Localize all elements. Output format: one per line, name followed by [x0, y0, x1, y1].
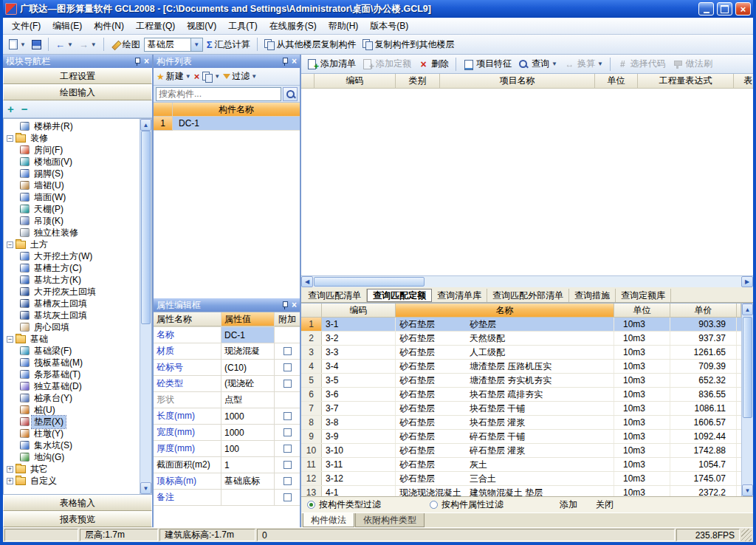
tree-item[interactable]: 独立柱装修: [4, 227, 140, 239]
property-value[interactable]: 100: [221, 441, 275, 456]
tree-item[interactable]: 吊顶(K): [4, 215, 140, 227]
tree-item[interactable]: 独立基础(D): [4, 380, 140, 392]
tree-expander-icon[interactable]: −: [7, 135, 13, 142]
menu-item[interactable]: 视图(V): [181, 18, 222, 35]
quota-row[interactable]: 83-8砂石垫层块石垫层 灌浆10m31606.57: [301, 416, 741, 430]
add-quota-button[interactable]: 添加定额: [360, 56, 414, 72]
tree-scrollbar[interactable]: ▲ ▼: [140, 119, 151, 494]
tree-expander-icon[interactable]: +: [7, 466, 13, 473]
attach-checkbox[interactable]: [284, 347, 292, 355]
menu-item[interactable]: 工程量(Q): [130, 18, 181, 35]
attach-checkbox[interactable]: [284, 412, 292, 420]
attach-checkbox[interactable]: [284, 477, 292, 485]
draw-mode-button[interactable]: 绘图: [109, 38, 142, 52]
chevron-down-icon[interactable]: ▼: [190, 38, 202, 51]
query-tab[interactable]: 查询匹配定额: [367, 289, 432, 302]
menu-item[interactable]: 在线服务(S): [264, 18, 323, 35]
column-header[interactable]: 工程量表达式: [638, 74, 734, 89]
quota-row[interactable]: 73-7砂石垫层块石垫层 干铺10m31086.11: [301, 402, 741, 416]
scroll-down-icon[interactable]: ▼: [140, 482, 151, 494]
property-value[interactable]: 1000: [221, 425, 275, 440]
quota-row[interactable]: 23-2砂石垫层天然级配10m3937.37: [301, 332, 741, 346]
expand-all-button[interactable]: +: [7, 103, 14, 114]
tree-item[interactable]: 基础梁(F): [4, 345, 140, 357]
filter-component-button[interactable]: 过滤 ▼: [223, 70, 257, 83]
close-icon[interactable]: ×: [144, 57, 149, 66]
tree-item[interactable]: −基础: [4, 333, 140, 345]
brush-button[interactable]: 做法刷: [670, 56, 715, 72]
pin-icon[interactable]: [281, 58, 288, 66]
query-tab[interactable]: 查询匹配外部清单: [487, 289, 569, 302]
tree-item[interactable]: 楼梯井(R): [4, 120, 140, 132]
report-preview-button[interactable]: 报表预览: [3, 511, 152, 527]
tree-item[interactable]: 基槽灰土回填: [4, 298, 140, 309]
quota-price-header[interactable]: 单价: [670, 304, 737, 318]
menu-item[interactable]: 工具(T): [222, 18, 263, 35]
copy-from-floor-button[interactable]: 从其他楼层复制构件: [262, 38, 359, 52]
tree-item[interactable]: 垫层(X): [4, 416, 140, 428]
quota-unit-header[interactable]: 单位: [614, 304, 670, 318]
search-input[interactable]: [156, 87, 281, 101]
floor-combobox[interactable]: 基础层 ▼: [144, 38, 203, 52]
property-value[interactable]: 现浇混凝: [221, 343, 275, 359]
resize-grip[interactable]: [741, 529, 752, 541]
new-document-button[interactable]: ▼: [7, 38, 28, 50]
quota-scrollbar[interactable]: ▲ ▼: [741, 304, 753, 496]
bottom-tab[interactable]: 构件做法: [303, 513, 354, 527]
radio-filter-by-attribute[interactable]: [430, 501, 438, 509]
tree-item[interactable]: 踢脚(S): [4, 168, 140, 179]
collapse-all-button[interactable]: −: [21, 103, 28, 114]
quota-row[interactable]: 43-4砂石垫层塘渣垫层 压路机压实10m3709.39: [301, 360, 741, 374]
property-value[interactable]: (现浇砼: [221, 376, 275, 391]
save-button[interactable]: [30, 39, 44, 50]
table-input-button[interactable]: 表格输入: [3, 495, 152, 511]
feature-button[interactable]: 项目特征: [460, 56, 515, 72]
property-value[interactable]: [221, 490, 275, 505]
project-settings-button[interactable]: 工程设置: [3, 68, 152, 84]
tree-item[interactable]: 墙面(W): [4, 191, 140, 203]
property-value[interactable]: 点型: [221, 392, 275, 408]
copy-component-button[interactable]: ▼: [202, 72, 220, 82]
add-list-button[interactable]: 添加清单: [304, 56, 359, 72]
query-tab[interactable]: 查询清单库: [432, 289, 487, 302]
add-button[interactable]: 添加: [552, 497, 585, 513]
pin-icon[interactable]: [281, 301, 288, 309]
property-value[interactable]: DC-1: [221, 327, 275, 343]
query-tab[interactable]: 查询匹配清单: [303, 289, 367, 302]
delete-component-button[interactable]: ×: [194, 72, 200, 81]
close-button[interactable]: 关闭: [588, 497, 621, 513]
property-value[interactable]: (C10): [221, 360, 275, 375]
column-header[interactable]: 项目名称: [440, 74, 595, 89]
convert-button[interactable]: 换算▼: [561, 56, 606, 72]
horizontal-scrollbar[interactable]: ◀ ▶: [301, 275, 753, 287]
query-tab[interactable]: 查询措施: [569, 289, 616, 302]
menu-item[interactable]: 文件(F): [6, 18, 47, 35]
quota-name-header[interactable]: 名称: [396, 304, 614, 318]
tree-item[interactable]: 筏板基础(M): [4, 357, 140, 369]
new-component-button[interactable]: ★ 新建 ▼: [157, 70, 191, 83]
quota-code-header[interactable]: 编码: [322, 304, 396, 318]
quota-row[interactable]: 113-11砂石垫层灰土10m31054.7: [301, 458, 741, 472]
scroll-up-icon[interactable]: ▲: [742, 304, 753, 315]
close-button[interactable]: [735, 2, 751, 16]
scrollbar-thumb[interactable]: [314, 277, 425, 287]
tree-expander-icon[interactable]: −: [7, 336, 13, 343]
scroll-up-icon[interactable]: ▲: [140, 119, 151, 131]
tree-item[interactable]: 柱墩(Y): [4, 428, 140, 439]
bottom-tab[interactable]: 依附构件类型: [355, 513, 425, 527]
quota-row[interactable]: 123-12砂石垫层三合土10m31745.07: [301, 472, 741, 486]
tree-item[interactable]: 基槽土方(C): [4, 262, 140, 274]
attach-checkbox[interactable]: [284, 461, 292, 469]
property-value[interactable]: 1: [221, 457, 275, 473]
quota-row[interactable]: 134-1现浇现浇混凝土建筑物混凝土 垫层10m32372.2: [301, 486, 741, 496]
scroll-right-icon[interactable]: ▶: [741, 276, 753, 287]
attach-checkbox[interactable]: [284, 380, 292, 388]
scroll-left-icon[interactable]: ◀: [301, 276, 313, 287]
listing-grid-body[interactable]: [301, 89, 753, 275]
menu-item[interactable]: 帮助(H): [323, 18, 365, 35]
quota-row[interactable]: 53-5砂石垫层塘渣垫层 夯实机夯实10m3652.32: [301, 374, 741, 388]
column-header[interactable]: 编码: [315, 74, 396, 89]
tree-item[interactable]: 桩承台(Y): [4, 392, 140, 404]
quota-row[interactable]: 33-3砂石垫层人工级配10m31261.65: [301, 346, 741, 360]
tree-item[interactable]: 基坑土方(K): [4, 274, 140, 286]
